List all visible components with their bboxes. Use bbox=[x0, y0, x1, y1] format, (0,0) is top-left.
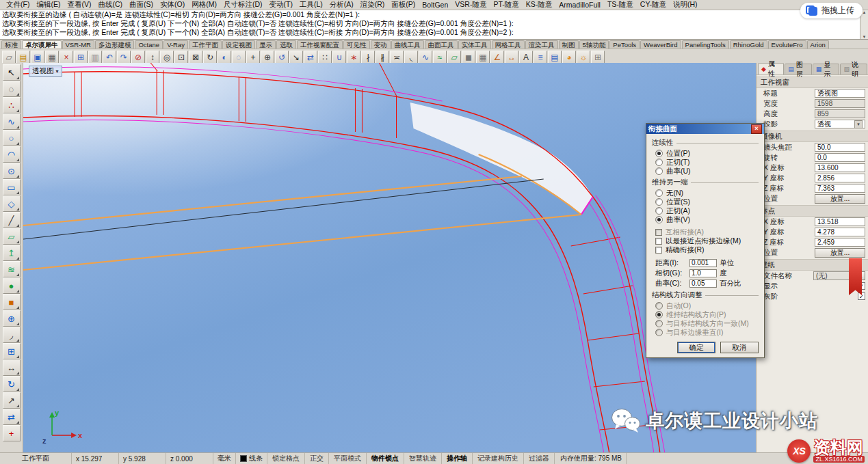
status-toggle[interactable]: 智慧轨迹 bbox=[404, 453, 442, 464]
target-place-button[interactable]: 放置... bbox=[815, 248, 865, 258]
box-icon[interactable]: ■ bbox=[3, 294, 21, 310]
rectangle-icon[interactable]: ▭ bbox=[3, 179, 21, 195]
toolbar-tab[interactable]: 显示 bbox=[256, 40, 276, 49]
toolbar-tab[interactable]: 制图 bbox=[559, 40, 579, 49]
toolbar-tab[interactable]: PeTools bbox=[609, 40, 640, 49]
status-toggle[interactable]: 物件锁点 bbox=[367, 453, 404, 464]
dialog-checkbox-row[interactable]: 以最接近点衔接边缘(M) bbox=[652, 236, 759, 245]
status-toggle[interactable]: 操作轴 bbox=[442, 453, 473, 464]
toolbar-tab[interactable]: 设定视图 bbox=[222, 40, 255, 49]
preserve-radio[interactable]: 正切(A) bbox=[652, 206, 759, 215]
target-z-field[interactable]: 2.459 bbox=[815, 238, 865, 247]
undo-icon[interactable]: ↶ bbox=[103, 51, 116, 64]
close-icon[interactable]: × bbox=[751, 124, 762, 134]
fillet-icon[interactable]: ◟ bbox=[404, 51, 418, 64]
isocurve-radio[interactable]: 与目标结构线方向一致(M) bbox=[652, 319, 759, 328]
analyze-icon[interactable]: ∠ bbox=[490, 51, 504, 64]
split-icon[interactable]: ∦ bbox=[376, 51, 389, 64]
rotate-view-icon[interactable]: ↻ bbox=[203, 51, 217, 64]
wireframe-view-icon[interactable]: ◌ bbox=[232, 51, 246, 64]
gumball-icon[interactable]: + bbox=[3, 425, 21, 441]
menu-item[interactable]: ArmadilloFull bbox=[555, 1, 604, 9]
toolbar-tab[interactable]: WeaverBird bbox=[640, 40, 681, 49]
tolerance-input[interactable]: 1.0 bbox=[689, 269, 717, 277]
menu-item[interactable]: 尺寸标注(D) bbox=[220, 0, 266, 10]
viewport-title-field[interactable]: 透视图 bbox=[815, 89, 865, 98]
toolbar-tab[interactable]: 曲线工具 bbox=[391, 40, 424, 49]
toolbar-tab[interactable]: 实体工具 bbox=[458, 40, 491, 49]
mesh-tools-icon[interactable]: ▦ bbox=[476, 51, 490, 64]
toolbar-tab[interactable]: V-Ray bbox=[163, 40, 188, 49]
menu-item[interactable]: 曲面(S) bbox=[126, 0, 157, 10]
menu-item[interactable]: 说明(H) bbox=[670, 0, 701, 10]
status-toggle[interactable]: 平面模式 bbox=[329, 453, 367, 464]
target-x-field[interactable]: 13.518 bbox=[815, 217, 865, 226]
print-icon[interactable]: ▦ bbox=[45, 51, 59, 64]
toolbar-tab[interactable]: 多边形建模 bbox=[95, 40, 135, 49]
panel-tab[interactable]: ◆ 属性 bbox=[758, 63, 784, 74]
menu-item[interactable]: CY-随意 bbox=[637, 0, 670, 10]
toolbar-tab[interactable]: PanelingTools bbox=[682, 40, 729, 49]
move-icon[interactable]: + bbox=[246, 51, 260, 64]
toolbar-tab[interactable]: 卓尔谟犀牛 bbox=[22, 40, 62, 49]
surface-tools-icon[interactable]: ▱ bbox=[447, 51, 461, 64]
panel-tab[interactable]: ▧ 说明 bbox=[840, 64, 867, 74]
select-arrow-icon[interactable]: ↖ bbox=[3, 64, 21, 81]
render-icon[interactable]: ☼ bbox=[577, 51, 590, 64]
redo-icon[interactable]: ↷ bbox=[117, 51, 131, 64]
status-toggle[interactable]: 锁定格点 bbox=[267, 453, 305, 464]
mirror-tool-icon[interactable]: ⇄ bbox=[3, 409, 21, 425]
tolerance-input[interactable]: 0.001 bbox=[689, 259, 717, 267]
menu-item[interactable]: 实体(O) bbox=[157, 0, 188, 10]
units-display[interactable]: 毫米 bbox=[213, 453, 236, 464]
extrude-icon[interactable]: ↥ bbox=[3, 245, 21, 261]
array-icon[interactable]: ∷ bbox=[318, 51, 332, 64]
mirror-icon[interactable]: ⇄ bbox=[304, 51, 317, 64]
match-surface-dialog[interactable]: 衔接曲面 × 连续性 位置(P) 正切(T) 曲率(U) 维持另一端 bbox=[646, 123, 765, 358]
layers-icon[interactable]: ≡ bbox=[534, 51, 547, 64]
continuity-radio[interactable]: 曲率(U) bbox=[652, 167, 759, 176]
curve-icon[interactable]: ∿ bbox=[3, 113, 21, 130]
scroll-down-icon[interactable]: ▼ bbox=[863, 35, 867, 39]
open-folder-icon[interactable]: ▤ bbox=[16, 51, 30, 64]
continuity-radio[interactable]: 位置(P) bbox=[652, 149, 759, 158]
scale-tool-icon[interactable]: ↗ bbox=[3, 392, 21, 409]
zoom-icon[interactable]: ◎ bbox=[160, 51, 174, 64]
viewport-title-chip[interactable]: 透视图 ▾ bbox=[29, 66, 62, 77]
menu-item[interactable]: 查看(V) bbox=[64, 0, 94, 10]
command-area[interactable]: 选取要衔接至的边缘 ( 自动连锁(A)=是 连锁连续性(C)=相切 方向(D)=… bbox=[0, 10, 868, 40]
chevron-down-icon[interactable]: ▾ bbox=[854, 120, 863, 128]
menu-item[interactable]: 编辑(E) bbox=[33, 0, 64, 10]
menu-item[interactable]: 网格(M) bbox=[188, 0, 220, 10]
dimension-icon[interactable]: ↔ bbox=[505, 51, 518, 64]
preserve-radio[interactable]: 曲率(V) bbox=[652, 215, 759, 224]
viewport-menu-arrow-icon[interactable]: ▾ bbox=[56, 68, 59, 74]
toolbar-tab[interactable]: Octane bbox=[135, 40, 163, 49]
menu-item[interactable]: TS-随意 bbox=[604, 0, 637, 10]
arc-icon[interactable]: ◠ bbox=[3, 146, 21, 163]
fillet-edge-icon[interactable]: ◞ bbox=[3, 327, 21, 343]
toolbar-tab[interactable]: 变动 bbox=[371, 40, 391, 49]
copy-object-icon[interactable]: ⊕ bbox=[261, 51, 274, 64]
loft-icon[interactable]: ≋ bbox=[3, 261, 21, 277]
new-file-icon[interactable]: ▱ bbox=[2, 51, 16, 64]
point-icon[interactable]: ∴ bbox=[3, 97, 21, 113]
zoom-extents-icon[interactable]: ⊠ bbox=[189, 51, 202, 64]
move-tool-icon[interactable]: ↔ bbox=[3, 359, 21, 376]
solid-tools-icon[interactable]: ◼ bbox=[462, 51, 475, 64]
blend-curve-icon[interactable]: ∿ bbox=[419, 51, 432, 64]
material-icon[interactable]: ◕ bbox=[562, 51, 576, 64]
toolbar-tab[interactable]: Arion bbox=[807, 40, 829, 49]
isocurve-radio[interactable]: 自动(O) bbox=[652, 301, 759, 310]
cancel-button[interactable]: 取消 bbox=[720, 342, 759, 353]
menu-item[interactable]: BoltGen bbox=[419, 1, 451, 9]
rotate-icon[interactable]: ↺ bbox=[275, 51, 289, 64]
sphere-icon[interactable]: ● bbox=[3, 277, 21, 294]
line-icon[interactable]: ╱ bbox=[3, 212, 21, 228]
trim-icon[interactable]: ∤ bbox=[361, 51, 375, 64]
status-toggle[interactable]: 过滤器 bbox=[524, 453, 555, 464]
menu-item[interactable]: KS-随意 bbox=[523, 0, 556, 10]
save-icon[interactable]: ▣ bbox=[31, 51, 44, 64]
camera-rotation-field[interactable]: 0.0 bbox=[815, 153, 865, 162]
lasso-select-icon[interactable]: ◌ bbox=[3, 81, 21, 97]
